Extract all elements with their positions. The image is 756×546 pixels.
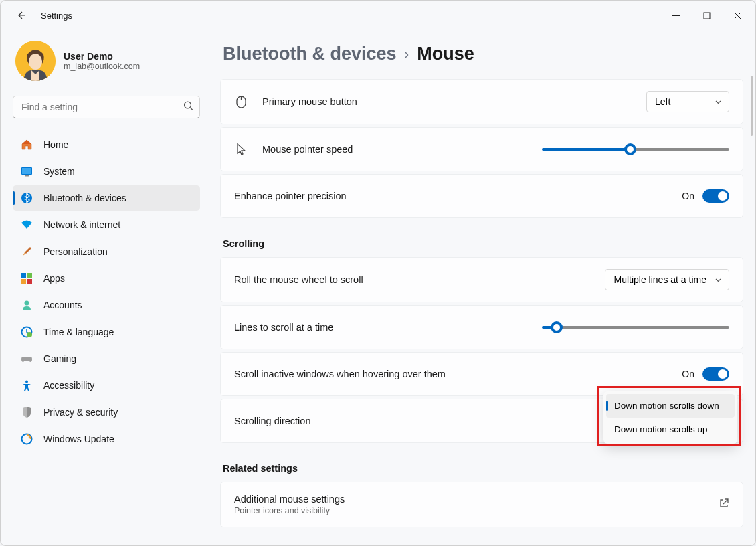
svg-point-3: [185, 102, 191, 108]
back-button[interactable]: [9, 3, 33, 27]
close-icon: [734, 12, 741, 19]
pointer-speed-slider[interactable]: [542, 148, 729, 151]
select-value: Left: [655, 96, 670, 107]
avatar: [15, 41, 56, 81]
setting-lines-to-scroll: Lines to scroll at a time: [220, 305, 743, 349]
svg-rect-10: [21, 279, 26, 284]
user-email: m_lab@outlook.com: [64, 62, 140, 71]
setting-sub: Pointer icons and visibility: [234, 506, 704, 515]
section-related: Related settings: [223, 463, 741, 474]
search-input[interactable]: [13, 96, 200, 118]
nav-apps[interactable]: Apps: [13, 266, 200, 291]
bluetooth-icon: [21, 192, 33, 204]
svg-point-2: [29, 54, 42, 70]
paintbrush-icon: [21, 246, 33, 258]
nav-label: Accessibility: [43, 380, 94, 391]
mouse-icon: [234, 95, 248, 108]
close-button[interactable]: [722, 5, 753, 26]
search-box: [13, 96, 200, 118]
nav-label: Privacy & security: [43, 407, 118, 418]
nav-time-language[interactable]: Time & language: [13, 319, 200, 345]
section-scrolling: Scrolling: [223, 238, 741, 249]
minimize-button[interactable]: [660, 5, 691, 26]
setting-label: Scrolling direction: [234, 416, 581, 426]
svg-rect-11: [27, 279, 32, 284]
toggle-state: On: [682, 369, 694, 379]
breadcrumb-current: Mouse: [417, 43, 474, 64]
scrollbar[interactable]: [751, 76, 753, 136]
open-external-icon: [719, 498, 729, 511]
nav-label: System: [43, 166, 75, 177]
window-title: Settings: [41, 11, 72, 21]
nav-gaming[interactable]: Gaming: [13, 346, 200, 371]
enhance-precision-toggle[interactable]: [702, 189, 729, 203]
primary-button-select[interactable]: Left: [646, 91, 729, 112]
wifi-icon: [21, 219, 33, 231]
svg-rect-9: [27, 273, 32, 278]
user-block[interactable]: User Demo m_lab@outlook.com: [13, 35, 200, 90]
nav-accounts[interactable]: Accounts: [13, 292, 200, 318]
svg-rect-8: [21, 273, 26, 278]
nav-label: Accounts: [43, 300, 82, 310]
nav-personalization[interactable]: Personalization: [13, 239, 200, 264]
setting-label: Lines to scroll at a time: [234, 322, 527, 333]
chevron-down-icon: [715, 98, 722, 106]
nav-accessibility[interactable]: Accessibility: [13, 373, 200, 398]
svg-rect-6: [25, 175, 29, 177]
user-name: User Demo: [64, 51, 140, 62]
breadcrumb: Bluetooth & devices › Mouse: [223, 43, 743, 64]
sidebar: User Demo m_lab@outlook.com Home System …: [1, 30, 208, 545]
apps-icon: [21, 272, 33, 284]
nav-label: Home: [43, 139, 68, 150]
nav-network[interactable]: Network & internet: [13, 212, 200, 238]
titlebar: Settings: [1, 1, 755, 30]
setting-label: Scroll inactive windows when hovering ov…: [234, 369, 667, 379]
maximize-icon: [703, 12, 711, 19]
arrow-left-icon: [15, 10, 26, 21]
nav-label: Network & internet: [43, 219, 120, 230]
nav-label: Gaming: [43, 353, 76, 364]
svg-point-15: [25, 381, 28, 383]
nav-bluetooth-devices[interactable]: Bluetooth & devices: [13, 185, 200, 211]
svg-point-12: [25, 301, 29, 306]
svg-rect-5: [22, 168, 31, 174]
setting-label: Additional mouse settings: [234, 494, 704, 505]
roll-wheel-select[interactable]: Multiple lines at a time: [605, 269, 729, 290]
breadcrumb-parent[interactable]: Bluetooth & devices: [223, 43, 397, 64]
toggle-state: On: [682, 191, 694, 201]
home-icon: [21, 139, 33, 151]
setting-scroll-inactive: Scroll inactive windows when hovering ov…: [220, 352, 743, 396]
nav-system[interactable]: System: [13, 159, 200, 184]
clock-globe-icon: [21, 326, 33, 338]
setting-additional-mouse[interactable]: Additional mouse settings Pointer icons …: [220, 482, 743, 527]
dropdown-option[interactable]: Down motion scrolls up: [606, 418, 735, 441]
setting-scrolling-direction: Scrolling direction Down motion scrolls …: [220, 399, 743, 443]
minimize-icon: [672, 12, 680, 19]
nav-windows-update[interactable]: Windows Update: [13, 426, 200, 452]
chevron-down-icon: [715, 276, 722, 284]
accessibility-icon: [21, 379, 33, 391]
nav-label: Apps: [43, 273, 65, 284]
scroll-inactive-toggle[interactable]: [702, 367, 729, 381]
nav-privacy[interactable]: Privacy & security: [13, 399, 200, 425]
nav-list: Home System Bluetooth & devices Network …: [13, 132, 200, 536]
search-icon: [183, 101, 193, 114]
svg-rect-0: [704, 13, 710, 19]
nav-label: Windows Update: [43, 434, 114, 444]
nav-label: Bluetooth & devices: [43, 193, 126, 203]
main-content: Bluetooth & devices › Mouse Primary mous…: [208, 30, 755, 545]
svg-point-14: [27, 332, 32, 337]
setting-enhance-precision: Enhance pointer precision On: [220, 174, 743, 218]
maximize-button[interactable]: [691, 5, 722, 26]
cursor-icon: [234, 143, 248, 156]
nav-label: Time & language: [43, 327, 114, 337]
scroll-direction-dropdown: Down motion scrolls down Down motion scr…: [603, 391, 737, 444]
nav-label: Personalization: [43, 246, 108, 257]
setting-label: Mouse pointer speed: [262, 144, 527, 155]
dropdown-option[interactable]: Down motion scrolls down: [606, 394, 735, 418]
select-value: Multiple lines at a time: [613, 274, 706, 285]
setting-label: Enhance pointer precision: [234, 191, 667, 201]
chevron-right-icon: ›: [405, 46, 409, 62]
nav-home[interactable]: Home: [13, 132, 200, 157]
lines-scroll-slider[interactable]: [542, 326, 729, 329]
